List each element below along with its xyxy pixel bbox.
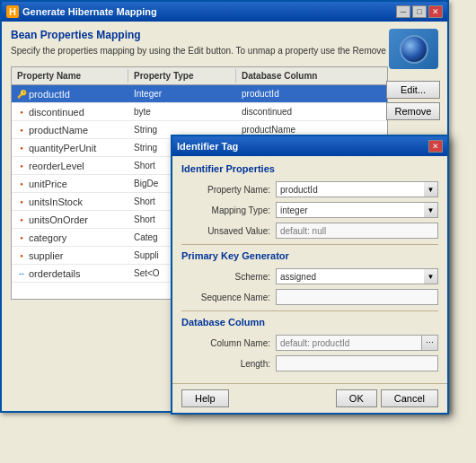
dot-icon: ● xyxy=(17,162,26,170)
dialog-content: Identifier Properties Property Name: pro… xyxy=(172,156,447,383)
unsaved-value-row: Unsaved Value: xyxy=(181,223,438,239)
sequence-name-label: Sequence Name: xyxy=(181,293,276,302)
dialog-title-bar: Identifier Tag ✕ xyxy=(172,136,447,156)
property-name-dropdown-arrow[interactable]: ▼ xyxy=(424,181,438,197)
section-divider-2 xyxy=(181,310,438,311)
col-header-property-type: Property Type xyxy=(128,69,236,83)
edit-button[interactable]: Edit... xyxy=(386,81,440,99)
mapping-type-dropdown-arrow[interactable]: ▼ xyxy=(424,202,438,218)
main-window-icon: H xyxy=(6,5,19,18)
mapping-type-row: Mapping Type: integer ▼ xyxy=(181,202,438,218)
logo-area xyxy=(389,29,438,69)
help-button[interactable]: Help xyxy=(181,389,229,407)
main-section-header: Bean Properties Mapping xyxy=(11,29,438,41)
cell-property-type: byte xyxy=(128,106,236,118)
identifier-tag-dialog: Identifier Tag ✕ Identifier Properties P… xyxy=(171,135,449,415)
length-label: Length: xyxy=(181,359,276,369)
cell-property-name: ↔ orderdetails xyxy=(12,267,128,280)
length-row: Length: xyxy=(181,355,438,371)
property-name-label: Property Name: xyxy=(181,185,276,195)
arrow-icon: ↔ xyxy=(17,269,26,278)
key-icon: 🔑 xyxy=(17,90,26,99)
dot-icon: ● xyxy=(17,215,26,224)
cancel-button[interactable]: Cancel xyxy=(381,389,438,407)
dot-icon: ● xyxy=(17,144,26,153)
primary-key-generator-header: Primary Key Generator xyxy=(181,250,438,263)
table-row[interactable]: 🔑 productId Integer productId xyxy=(12,85,387,103)
unsaved-value-label: Unsaved Value: xyxy=(181,226,276,236)
title-bar-left: H Generate Hibernate Mapping xyxy=(6,5,157,18)
scheme-label: Scheme: xyxy=(181,272,276,282)
dialog-close-button[interactable]: ✕ xyxy=(428,140,443,153)
sequence-name-row: Sequence Name: xyxy=(181,289,438,305)
database-column-header: Database Column xyxy=(181,317,438,329)
scheme-dropdown-arrow[interactable]: ▼ xyxy=(424,268,438,284)
identifier-properties-header: Identifier Properties xyxy=(181,163,438,176)
dot-icon: ● xyxy=(17,233,26,242)
cell-property-type: Integer xyxy=(128,88,236,100)
scheme-row: Scheme: assigned ▼ xyxy=(181,268,438,284)
col-header-property-name: Property Name xyxy=(12,69,128,83)
column-name-label: Column Name: xyxy=(181,338,276,348)
cell-property-name: 🔑 productId xyxy=(12,88,128,100)
main-title-bar: H Generate Hibernate Mapping ─ □ ✕ xyxy=(2,2,447,22)
unsaved-value-input[interactable] xyxy=(276,223,438,239)
column-name-wrapper: ⋯ xyxy=(276,335,438,351)
action-buttons: Edit... Remove xyxy=(386,81,440,120)
minimize-button[interactable]: ─ xyxy=(396,5,410,18)
dot-icon: ● xyxy=(17,108,26,117)
dialog-button-row: Help OK Cancel xyxy=(172,383,447,413)
sequence-name-input[interactable] xyxy=(276,289,438,305)
cell-property-name: ● supplier xyxy=(12,249,128,262)
scheme-wrapper: assigned ▼ xyxy=(276,268,438,284)
close-button[interactable]: ✕ xyxy=(428,5,443,18)
dot-icon: ● xyxy=(17,197,26,206)
column-name-input[interactable] xyxy=(276,335,422,351)
cell-db-column: productId xyxy=(236,88,380,100)
col-header-database-column: Database Column xyxy=(236,69,380,83)
remove-button[interactable]: Remove xyxy=(386,102,440,120)
dot-icon: ● xyxy=(17,126,26,135)
maximize-button[interactable]: □ xyxy=(412,5,427,18)
cell-property-name: ● productName xyxy=(12,124,128,136)
property-name-wrapper: productId ▼ xyxy=(276,181,438,197)
cell-property-name: ● reorderLevel xyxy=(12,160,128,172)
table-header: Property Name Property Type Database Col… xyxy=(12,67,387,85)
cell-property-name: ● unitPrice xyxy=(12,178,128,190)
property-name-row: Property Name: productId ▼ xyxy=(181,181,438,197)
mapping-type-select[interactable]: integer xyxy=(276,202,438,218)
main-section-desc: Specify the properties mapping by using … xyxy=(11,45,438,57)
dot-icon: ● xyxy=(17,179,26,188)
dialog-title: Identifier Tag xyxy=(177,141,238,152)
logo-globe-icon xyxy=(400,35,428,64)
length-input[interactable] xyxy=(276,355,438,371)
title-controls: ─ □ ✕ xyxy=(396,5,443,18)
column-name-browse-button[interactable]: ⋯ xyxy=(422,335,438,351)
cell-property-name: ● quantityPerUnit xyxy=(12,142,128,154)
cell-property-name: ● category xyxy=(12,232,128,244)
scheme-select[interactable]: assigned xyxy=(276,268,438,284)
cell-property-name: ● unitsInStock xyxy=(12,196,128,208)
mapping-type-label: Mapping Type: xyxy=(181,205,276,215)
dot-icon: ● xyxy=(17,251,26,260)
table-row[interactable]: ● discontinued byte discontinued xyxy=(12,103,387,121)
column-name-row: Column Name: ⋯ xyxy=(181,335,438,351)
section-divider-1 xyxy=(181,244,438,245)
mapping-type-wrapper: integer ▼ xyxy=(276,202,438,218)
ok-button[interactable]: OK xyxy=(336,389,377,407)
main-window-title: Generate Hibernate Mapping xyxy=(22,6,157,17)
cell-property-name: ● discontinued xyxy=(12,106,128,118)
property-name-select[interactable]: productId xyxy=(276,181,438,197)
cell-property-name: ● unitsOnOrder xyxy=(12,214,128,226)
cell-db-column: discontinued xyxy=(236,106,380,118)
